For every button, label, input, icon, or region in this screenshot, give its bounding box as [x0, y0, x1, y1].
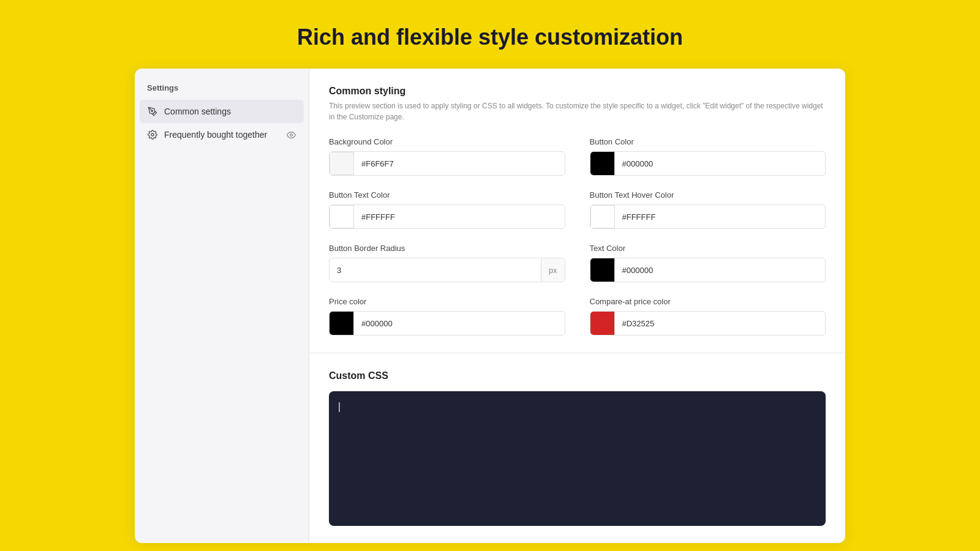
compare-at-price-color-input[interactable]: #D32525 — [590, 311, 826, 335]
price-color-group: Price color #000000 — [329, 297, 565, 335]
button-color-group: Button Color #000000 — [590, 137, 826, 176]
button-border-radius-label: Button Border Radius — [329, 244, 565, 253]
sidebar-item-frequently-bought-together[interactable]: Frequently bought together — [135, 123, 309, 146]
text-color-group: Text Color #000000 — [590, 244, 826, 282]
button-text-hover-color-input[interactable]: #FFFFFF — [590, 204, 826, 229]
text-color-input[interactable]: #000000 — [590, 258, 826, 282]
price-color-swatch — [330, 312, 354, 335]
button-text-hover-color-swatch — [590, 205, 615, 228]
text-color-value: #000000 — [615, 266, 826, 275]
button-text-color-value: #FFFFFF — [354, 212, 565, 222]
button-text-color-swatch — [330, 205, 354, 228]
css-editor[interactable] — [329, 391, 826, 526]
compare-at-price-color-label: Compare-at price color — [590, 297, 826, 306]
button-text-hover-color-group: Button Text Hover Color #FFFFFF — [590, 190, 826, 229]
main-content: Common styling This preview section is u… — [309, 69, 845, 543]
text-color-label: Text Color — [590, 244, 826, 253]
button-color-value: #000000 — [615, 159, 826, 168]
sidebar: Settings Common settings — [135, 69, 309, 543]
price-color-value: #000000 — [354, 319, 565, 328]
background-color-group: Background Color #F6F6F7 — [329, 137, 565, 176]
background-color-value: #F6F6F7 — [354, 159, 565, 168]
svg-point-0 — [151, 110, 153, 112]
text-color-swatch — [590, 258, 615, 282]
button-color-label: Button Color — [590, 137, 826, 146]
common-styling-title: Common styling — [329, 86, 826, 97]
eye-icon[interactable] — [285, 129, 296, 140]
sidebar-item-common-settings[interactable]: Common settings — [140, 100, 304, 123]
css-cursor — [339, 402, 340, 412]
common-styling-desc: This preview section is used to apply st… — [329, 100, 826, 122]
price-color-input[interactable]: #000000 — [329, 311, 565, 335]
compare-at-price-color-value: #D32525 — [615, 319, 826, 328]
compare-at-price-color-group: Compare-at price color #D32525 — [590, 297, 826, 335]
sidebar-title: Settings — [135, 83, 309, 100]
gear-icon — [147, 129, 158, 140]
sidebar-item-fbt-label: Frequently bought together — [164, 130, 267, 140]
button-text-hover-color-value: #FFFFFF — [615, 212, 826, 222]
background-color-swatch — [330, 152, 354, 175]
button-border-radius-unit: px — [541, 258, 565, 282]
sidebar-item-common-settings-label: Common settings — [164, 107, 231, 116]
button-border-radius-input[interactable]: 3 px — [329, 258, 565, 282]
button-color-swatch — [590, 152, 615, 175]
custom-css-section: Custom CSS — [309, 353, 845, 543]
main-card: Settings Common settings — [135, 69, 845, 543]
button-color-input[interactable]: #000000 — [590, 151, 826, 176]
button-text-color-group: Button Text Color #FFFFFF — [329, 190, 565, 229]
common-styling-section: Common styling This preview section is u… — [309, 69, 845, 353]
background-color-input[interactable]: #F6F6F7 — [329, 151, 565, 176]
button-text-hover-color-label: Button Text Hover Color — [590, 190, 826, 200]
page-title: Rich and flexible style customization — [297, 24, 683, 50]
button-border-radius-group: Button Border Radius 3 px — [329, 244, 565, 282]
svg-point-2 — [290, 133, 292, 136]
sidebar-item-fbt-left: Frequently bought together — [147, 129, 267, 140]
brush-icon — [147, 106, 158, 117]
button-border-radius-value: 3 — [330, 258, 541, 282]
button-text-color-label: Button Text Color — [329, 190, 565, 200]
background-color-label: Background Color — [329, 137, 565, 146]
custom-css-title: Custom CSS — [329, 370, 826, 381]
price-color-label: Price color — [329, 297, 565, 306]
svg-point-1 — [151, 133, 154, 136]
compare-at-price-color-swatch — [590, 312, 615, 335]
fields-grid: Background Color #F6F6F7 Button Color #0… — [329, 137, 826, 335]
button-text-color-input[interactable]: #FFFFFF — [329, 204, 565, 229]
